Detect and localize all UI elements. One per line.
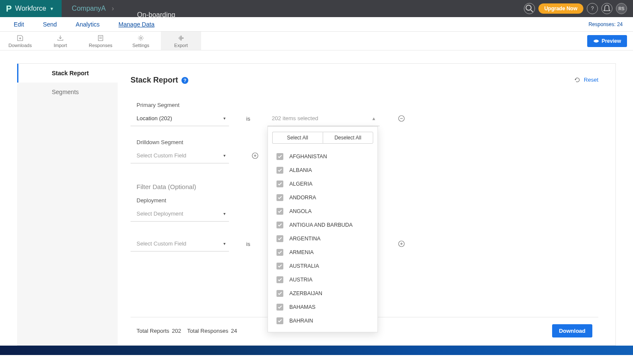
bell-icon[interactable]	[601, 3, 612, 14]
checkbox-icon	[276, 290, 283, 297]
help-badge-icon[interactable]: ?	[181, 77, 188, 84]
nav-analytics[interactable]: Analytics	[66, 18, 109, 31]
tool-responses[interactable]: Responses	[80, 32, 121, 50]
dropdown-option[interactable]: AFGHANISTAN	[268, 150, 377, 163]
multiselect-dropdown: Select All Deselect All AFGHANISTANALBAN…	[267, 126, 378, 332]
dropdown-option[interactable]: AZERBAIJAN	[268, 287, 377, 300]
report-card: Stack Report Segments Stack Report ? Res…	[17, 63, 616, 346]
checkbox-icon	[276, 194, 283, 201]
checkbox-icon	[276, 235, 283, 242]
dropdown-option-label: ANGOLA	[289, 208, 312, 214]
filter-field-select[interactable]: Select Custom Field ▾	[131, 236, 229, 252]
dropdown-option-label: AUSTRALIA	[289, 263, 319, 269]
select-all-button[interactable]: Select All	[272, 132, 323, 144]
gear-icon	[137, 34, 145, 42]
checkbox-icon	[276, 276, 283, 283]
primary-segment-multiselect[interactable]: 202 items selected ▴ Select All Deselect…	[267, 111, 380, 126]
dropdown-option-label: AFGHANISTAN	[289, 154, 327, 160]
primary-segment-select[interactable]: Location (202) ▾	[131, 111, 229, 126]
drilldown-select[interactable]: Select Custom Field ▾	[131, 148, 229, 163]
dropdown-option-label: AZERBAIJAN	[289, 290, 322, 296]
dropdown-option[interactable]: AUSTRALIA	[268, 259, 377, 273]
sidenav-segments[interactable]: Segments	[18, 83, 118, 101]
main-nav: Edit Send Analytics Manage Data Response…	[0, 17, 633, 32]
primary-segment-row: Location (202) ▾ is 202 items selected ▴…	[131, 111, 598, 126]
remove-segment-icon[interactable]	[397, 114, 406, 123]
select-value: Location (202)	[137, 115, 172, 121]
dropdown-option-label: BAHAMAS	[289, 304, 315, 310]
tool-label: Responses	[89, 43, 112, 48]
content-title-row: Stack Report ?	[131, 76, 598, 85]
checkbox-icon	[276, 153, 283, 160]
select-placeholder: Select Deployment	[137, 210, 183, 217]
dropdown-option-label: BAHRAIN	[289, 318, 313, 324]
dropdown-option-label: ANDORRA	[289, 195, 316, 201]
dropdown-option[interactable]: BAHAMAS	[268, 300, 377, 314]
add-filter-icon[interactable]	[397, 239, 406, 249]
content-title: Stack Report	[131, 76, 178, 85]
svg-rect-2	[98, 36, 103, 41]
caret-up-icon: ▴	[372, 115, 375, 121]
total-responses-value: 24	[231, 328, 237, 334]
operator-is: is	[229, 241, 267, 247]
tool-export[interactable]: Export	[161, 32, 201, 50]
dropdown-option[interactable]: ARMENIA	[268, 246, 377, 259]
checkbox-icon	[276, 317, 283, 324]
search-icon[interactable]	[524, 3, 535, 14]
sidenav-stack-report[interactable]: Stack Report	[17, 64, 118, 83]
dropdown-list[interactable]: AFGHANISTANALBANIAALGERIAANDORRAANGOLAAN…	[268, 148, 377, 332]
deployment-select[interactable]: Select Deployment ▾	[131, 206, 229, 222]
checkbox-icon	[276, 263, 283, 269]
checkbox-icon	[276, 304, 283, 311]
export-icon	[177, 34, 185, 42]
dropdown-option[interactable]: ANGOLA	[268, 204, 377, 218]
tool-import[interactable]: Import	[40, 32, 80, 50]
primary-segment-label: Primary Segment	[137, 102, 598, 108]
caret-down-icon: ▾	[223, 241, 226, 246]
toolbar: Downloads Import Responses Settings Expo…	[0, 32, 633, 50]
content-area: Stack Report ? Reset Primary Segment Loc…	[118, 64, 615, 345]
brand-switcher[interactable]: P Workforce ▼	[0, 0, 62, 17]
caret-down-icon: ▾	[223, 153, 226, 158]
total-responses-label: Total Responses	[187, 328, 228, 334]
dropdown-option[interactable]: BAHRAIN	[268, 314, 377, 328]
help-icon[interactable]: ?	[587, 3, 598, 14]
dropdown-option[interactable]: AUSTRIA	[268, 273, 377, 287]
add-drilldown-icon[interactable]	[250, 151, 260, 160]
dropdown-option[interactable]: ANTIGUA AND BARBUDA	[268, 218, 377, 232]
preview-button[interactable]: Preview	[587, 35, 627, 47]
upgrade-button[interactable]: Upgrade Now	[538, 3, 583, 14]
responses-count: Responses: 24	[588, 21, 629, 27]
brand-label: Workforce	[15, 5, 46, 12]
breadcrumb-company[interactable]: CompanyA	[72, 5, 106, 12]
avatar[interactable]: RS	[616, 3, 627, 14]
dropdown-option[interactable]: ALBANIA	[268, 163, 377, 177]
dropdown-option[interactable]: ANDORRA	[268, 191, 377, 204]
total-reports-value: 202	[172, 328, 181, 334]
nav-edit[interactable]: Edit	[4, 18, 33, 31]
breadcrumb: CompanyA › On-boarding	[62, 0, 192, 19]
checkbox-icon	[276, 181, 283, 187]
svg-point-4	[595, 40, 597, 41]
side-nav: Stack Report Segments	[17, 64, 118, 345]
multiselect-summary: 202 items selected	[272, 115, 318, 121]
tool-settings[interactable]: Settings	[121, 32, 161, 50]
nav-send[interactable]: Send	[33, 18, 66, 31]
dropdown-option[interactable]: ALGERIA	[268, 177, 377, 191]
caret-down-icon: ▼	[50, 6, 54, 11]
download-button[interactable]: Download	[552, 324, 592, 337]
tool-downloads[interactable]: Downloads	[0, 32, 40, 50]
tool-label: Settings	[132, 43, 149, 48]
reset-link[interactable]: Reset	[574, 77, 598, 83]
dropdown-option-label: ARGENTINA	[289, 236, 321, 242]
download-icon	[16, 34, 24, 42]
nav-manage-data[interactable]: Manage Data	[109, 18, 164, 31]
caret-down-icon: ▾	[223, 116, 226, 121]
tool-label: Export	[174, 43, 188, 48]
dropdown-option-label: ANTIGUA AND BARBUDA	[289, 222, 353, 228]
checkbox-icon	[276, 249, 283, 256]
eye-icon	[593, 39, 599, 43]
dropdown-option[interactable]: ARGENTINA	[268, 232, 377, 246]
dropdown-option-label: ARMENIA	[289, 249, 314, 255]
deselect-all-button[interactable]: Deselect All	[323, 132, 374, 144]
